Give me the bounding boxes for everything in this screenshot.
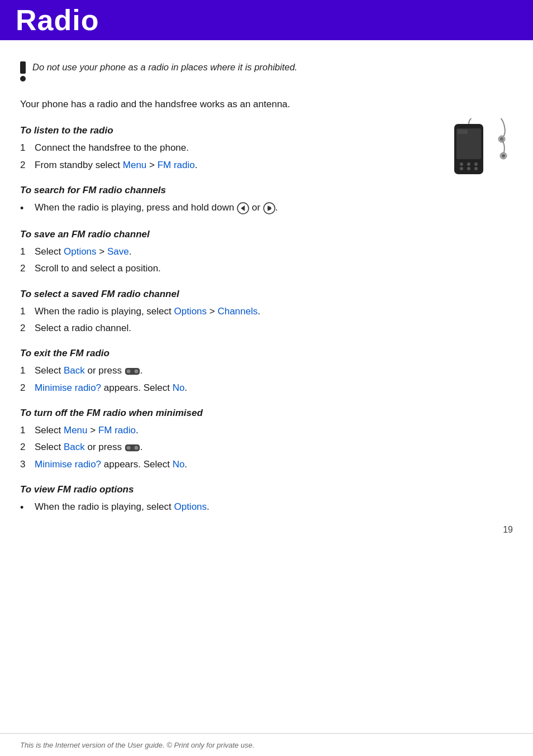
section-listen: To listen to the radio 1 Connect the han… — [20, 125, 333, 173]
bullet-item: • When the radio is playing, select Opti… — [20, 500, 333, 516]
step-item: 2 Select Back or press . — [20, 440, 333, 454]
section-select-saved: To select a saved FM radio channel 1 Whe… — [20, 289, 333, 336]
section-title-listen: To listen to the radio — [20, 125, 333, 136]
svg-marker-14 — [241, 205, 245, 211]
or-text: or — [252, 202, 263, 213]
warning-icon — [20, 61, 26, 82]
svg-point-3 — [460, 162, 463, 166]
bullet-item: • When the radio is playing, press and h… — [20, 200, 333, 217]
svg-rect-2 — [458, 130, 468, 134]
section-title-search: To search for FM radio channels — [20, 185, 333, 196]
svg-point-5 — [474, 162, 478, 166]
step-item: 1 Connect the handsfree to the phone. — [20, 141, 333, 155]
page-number: 19 — [503, 525, 513, 535]
step-item: 2 Select a radio channel. — [20, 321, 333, 336]
section-search: To search for FM radio channels • When t… — [20, 185, 333, 217]
svg-point-19 — [126, 369, 130, 373]
nav-left-icon — [237, 202, 249, 214]
warning-text: Do not use your phone as a radio in plac… — [32, 60, 297, 74]
section-title-turn-off: To turn off the FM radio when minimised — [20, 408, 333, 419]
step-item: 1 Select Options > Save. — [20, 245, 333, 259]
phone-illustration — [423, 118, 513, 191]
step-item: 1 Select Menu > FM radio. — [20, 423, 333, 438]
svg-point-7 — [467, 167, 470, 170]
step-item: 3 Minimise radio? appears. Select No. — [20, 457, 333, 472]
steps-listen: 1 Connect the handsfree to the phone. 2 … — [20, 141, 333, 173]
page-header: Radio — [0, 0, 533, 40]
svg-point-6 — [460, 167, 463, 170]
page-title: Radio — [16, 3, 99, 37]
step-item: 2 Minimise radio? appears. Select No. — [20, 381, 333, 395]
warning-box: Do not use your phone as a radio in plac… — [20, 60, 513, 82]
svg-point-4 — [467, 162, 470, 166]
step-item: 1 Select Back or press . — [20, 363, 333, 378]
section-exit: To exit the FM radio 1 Select Back or pr… — [20, 348, 333, 395]
steps-turn-off: 1 Select Menu > FM radio. 2 Select Back … — [20, 423, 333, 472]
steps-exit: 1 Select Back or press . 2 Minimise radi… — [20, 363, 333, 395]
page-content: Do not use your phone as a radio in plac… — [0, 40, 533, 562]
intro-paragraph: Your phone has a radio and the handsfree… — [20, 97, 333, 112]
svg-point-22 — [126, 446, 130, 449]
section-title-save: To save an FM radio channel — [20, 229, 333, 240]
svg-point-23 — [134, 446, 138, 449]
content-area: Your phone has a radio and the handsfree… — [20, 97, 333, 516]
step-item: 1 When the radio is playing, select Opti… — [20, 304, 333, 319]
steps-save: 1 Select Options > Save. 2 Scroll to and… — [20, 245, 333, 276]
footer-text: This is the Internet version of the User… — [20, 741, 254, 749]
section-title-exit: To exit the FM radio — [20, 348, 333, 359]
steps-select-saved: 1 When the radio is playing, select Opti… — [20, 304, 333, 336]
steps-search: • When the radio is playing, press and h… — [20, 200, 333, 217]
svg-point-12 — [502, 154, 505, 157]
svg-point-8 — [474, 167, 478, 170]
section-view-options: To view FM radio options • When the radi… — [20, 484, 333, 516]
steps-view-options: • When the radio is playing, select Opti… — [20, 500, 333, 516]
footer: This is the Internet version of the User… — [0, 733, 533, 756]
section-save: To save an FM radio channel 1 Select Opt… — [20, 229, 333, 276]
end-key-icon-2 — [125, 442, 140, 453]
end-key-icon — [125, 366, 140, 377]
section-title-view-options: To view FM radio options — [20, 484, 333, 495]
step-item: 2 From standby select Menu > FM radio. — [20, 158, 333, 173]
step-item: 2 Scroll to and select a position. — [20, 261, 333, 276]
svg-point-20 — [134, 369, 138, 373]
nav-right-icon — [263, 202, 275, 214]
section-title-select-saved: To select a saved FM radio channel — [20, 289, 333, 300]
section-turn-off: To turn off the FM radio when minimised … — [20, 408, 333, 472]
